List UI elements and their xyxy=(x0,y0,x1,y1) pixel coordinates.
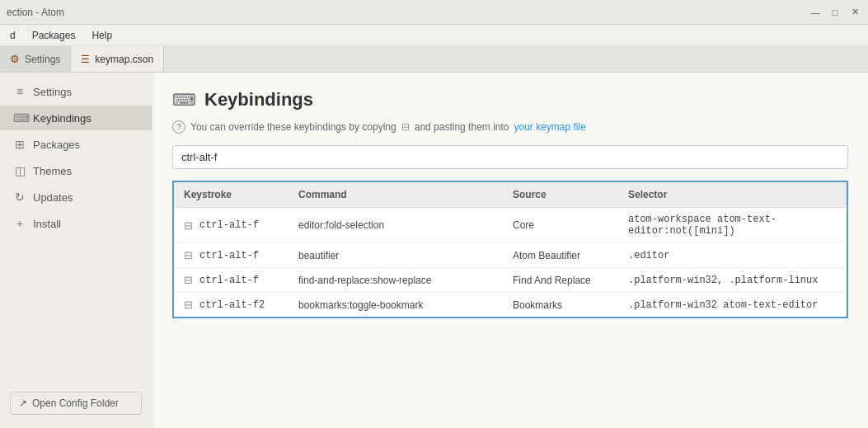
open-folder-icon: ↗ xyxy=(19,397,27,409)
main-layout: ≡ Settings ⌨ Keybindings ⊞ Packages ◫ Th… xyxy=(0,73,868,428)
copy-icon: ⊟ xyxy=(401,121,410,133)
open-config-label: Open Config Folder xyxy=(32,397,119,409)
copy-keybinding-icon[interactable]: ⊟ xyxy=(184,249,193,261)
sidebar-packages-label: Packages xyxy=(33,139,80,151)
minimize-button[interactable]: — xyxy=(809,6,822,19)
keybindings-header-icon: ⌨ xyxy=(172,90,196,110)
keybindings-search-input[interactable] xyxy=(172,145,848,169)
sidebar-settings-label: Settings xyxy=(33,86,72,98)
cell-keystroke: ⊟ ctrl-alt-f xyxy=(173,268,289,293)
table-row: ⊟ ctrl-alt-f beautifierAtom Beautifier.e… xyxy=(173,243,847,268)
cell-source: Bookmarks xyxy=(503,293,618,318)
maximize-button[interactable]: □ xyxy=(828,6,842,19)
tab-keymap-label: keymap.cson xyxy=(95,54,153,65)
cell-keystroke: ⊟ ctrl-alt-f xyxy=(173,208,289,243)
keystroke-value: ctrl-alt-f xyxy=(199,219,259,231)
cell-keystroke: ⊟ ctrl-alt-f xyxy=(173,243,289,268)
col-header-keystroke: Keystroke xyxy=(173,181,289,208)
table-row: ⊟ ctrl-alt-f find-and-replace:show-repla… xyxy=(173,268,847,293)
cell-selector: atom-workspace atom-text-editor:not([min… xyxy=(618,208,847,243)
titlebar-controls: — □ ✕ xyxy=(809,6,861,19)
keystroke-value: ctrl-alt-f xyxy=(199,250,259,261)
col-header-selector: Selector xyxy=(618,181,847,208)
sidebar-keybindings-label: Keybindings xyxy=(33,112,91,125)
open-config-folder-button[interactable]: ↗ Open Config Folder xyxy=(10,392,142,415)
page-title: Keybindings xyxy=(204,89,313,111)
titlebar: ection - Atom — □ ✕ xyxy=(0,0,868,25)
sidebar-item-themes[interactable]: ◫ Themes xyxy=(0,158,152,183)
titlebar-title: ection - Atom xyxy=(7,7,64,18)
cell-source: Atom Beautifier xyxy=(503,243,618,268)
sidebar-item-keybindings[interactable]: ⌨ Keybindings xyxy=(0,106,152,130)
sidebar-item-updates[interactable]: ↻ Updates xyxy=(0,185,152,209)
keymap-tab-icon: ☰ xyxy=(81,54,90,65)
sidebar-themes-label: Themes xyxy=(33,165,72,177)
cell-command: bookmarks:toggle-bookmark xyxy=(289,293,503,318)
cell-command: find-and-replace:show-replace xyxy=(289,268,503,293)
table-header: Keystroke Command Source Selector xyxy=(173,181,847,208)
keymap-link[interactable]: your keymap file xyxy=(514,121,585,133)
cell-keystroke: ⊟ ctrl-alt-f2 xyxy=(173,293,289,318)
cell-source: Core xyxy=(503,208,618,243)
settings-icon: ≡ xyxy=(13,85,26,98)
help-text-before: You can override these keybindings by co… xyxy=(190,121,396,133)
help-icon: ? xyxy=(172,120,185,134)
install-icon: + xyxy=(13,217,26,230)
table-body: ⊟ ctrl-alt-f editor:fold-selectionCoreat… xyxy=(173,208,847,318)
tab-settings-label: Settings xyxy=(25,54,60,65)
cell-command: editor:fold-selection xyxy=(289,208,503,243)
table-row: ⊟ ctrl-alt-f editor:fold-selectionCoreat… xyxy=(173,208,847,243)
keybindings-icon: ⌨ xyxy=(13,111,26,125)
tab-keymap[interactable]: ☰ keymap.cson xyxy=(71,46,164,72)
settings-tab-icon: ⚙ xyxy=(10,53,20,65)
cell-selector: .editor xyxy=(618,243,847,268)
sidebar: ≡ Settings ⌨ Keybindings ⊞ Packages ◫ Th… xyxy=(0,73,152,428)
cell-selector: .platform-win32 atom-text-editor xyxy=(618,293,847,318)
updates-icon: ↻ xyxy=(13,190,26,204)
themes-icon: ◫ xyxy=(13,164,26,177)
menu-item-packages[interactable]: Packages xyxy=(26,28,82,43)
keystroke-value: ctrl-alt-f xyxy=(199,275,259,286)
cell-source: Find And Replace xyxy=(503,268,618,293)
menu-item-edit[interactable]: d xyxy=(3,28,22,43)
tab-settings[interactable]: ⚙ Settings xyxy=(0,46,71,72)
content-area: ⌨ Keybindings ? You can override these k… xyxy=(152,73,868,428)
sidebar-footer: ↗ Open Config Folder xyxy=(0,385,152,421)
sidebar-updates-label: Updates xyxy=(33,191,73,204)
help-text-after: and pasting them into xyxy=(415,121,509,133)
menubar: d Packages Help xyxy=(0,25,868,46)
sidebar-item-settings[interactable]: ≡ Settings xyxy=(0,79,152,104)
copy-keybinding-icon[interactable]: ⊟ xyxy=(184,219,193,232)
packages-icon: ⊞ xyxy=(13,138,26,151)
copy-keybinding-icon[interactable]: ⊟ xyxy=(184,299,193,311)
help-text: ? You can override these keybindings by … xyxy=(172,120,848,134)
sidebar-item-install[interactable]: + Install xyxy=(0,211,152,236)
tabbar: ⚙ Settings ☰ keymap.cson xyxy=(0,46,868,73)
col-header-source: Source xyxy=(503,181,618,208)
table-row: ⊟ ctrl-alt-f2 bookmarks:toggle-bookmarkB… xyxy=(173,293,847,318)
page-header: ⌨ Keybindings xyxy=(172,89,848,111)
cell-command: beautifier xyxy=(289,243,503,268)
cell-selector: .platform-win32, .platform-linux xyxy=(618,268,847,293)
sidebar-install-label: Install xyxy=(33,218,61,230)
keybindings-table: Keystroke Command Source Selector ⊟ ctrl… xyxy=(172,181,848,318)
close-button[interactable]: ✕ xyxy=(848,6,861,19)
copy-keybinding-icon[interactable]: ⊟ xyxy=(184,274,193,286)
sidebar-item-packages[interactable]: ⊞ Packages xyxy=(0,132,152,157)
col-header-command: Command xyxy=(289,181,503,208)
keystroke-value: ctrl-alt-f2 xyxy=(199,299,265,311)
menu-item-help[interactable]: Help xyxy=(85,28,119,43)
